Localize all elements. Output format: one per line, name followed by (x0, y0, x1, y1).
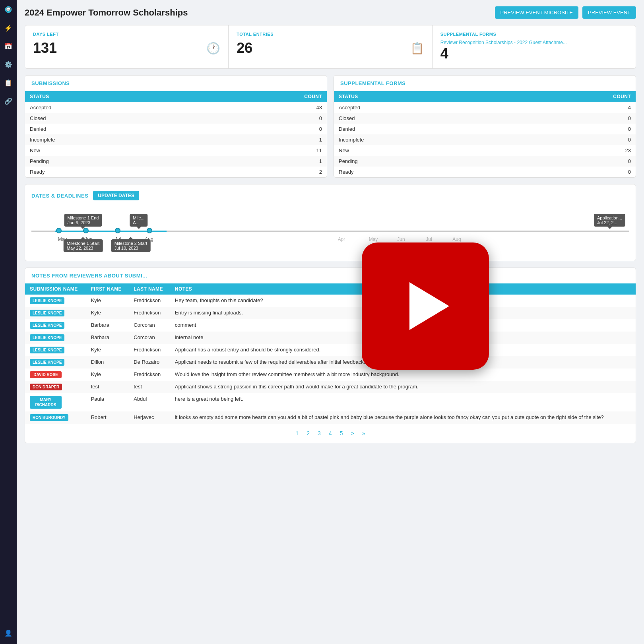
page-2-link[interactable]: 2 (304, 429, 312, 437)
tables-row: SUBMISSIONS STATUS COUNT Accepted43Close… (25, 75, 636, 178)
submissions-row: Closed0 (25, 113, 327, 124)
supplemental-row: Ready0 (334, 167, 636, 177)
submissions-status-cell: Ready (25, 167, 194, 177)
submission-badge: DON DRAPER (30, 384, 62, 390)
notes-first-cell: Kyle (86, 295, 129, 307)
submissions-status-cell: Denied (25, 124, 194, 134)
supplemental-forms-value: 4 (440, 45, 448, 62)
page-3-link[interactable]: 3 (315, 429, 323, 437)
page-4-link[interactable]: 4 (326, 429, 334, 437)
supplemental-status-cell: Accepted (334, 102, 503, 113)
sidebar-icon-user[interactable]: 👤 (3, 627, 14, 638)
notes-note-cell: here is a great note being left. (170, 393, 636, 411)
supplemental-forms-card: SUPPLEMENTAL FORMS STATUS COUNT Accepted… (334, 75, 636, 178)
timeline-month-may-r: May (369, 237, 378, 242)
notes-note-cell: Applicant shows a strong passion in this… (170, 381, 636, 393)
header-buttons: PREVIEW EVENT MICROSITE PREVIEW EVENT (495, 6, 636, 19)
notes-submission-cell: RON BURGUNDY (25, 411, 86, 424)
submissions-row: Incomplete1 (25, 134, 327, 145)
supplemental-status-cell: Ready (334, 167, 503, 177)
submissions-count-cell: 43 (194, 102, 327, 113)
notes-last-cell: Abdul (129, 393, 170, 411)
days-left-value-row: 131 🕐 (33, 40, 220, 56)
notes-submission-cell: LESLIE KNOPE (25, 356, 86, 369)
notes-last-cell: Fredrickson (129, 369, 170, 381)
submission-badge: LESLIE KNOPE (30, 297, 64, 304)
page-last-link[interactable]: » (360, 429, 368, 437)
milestone-2-label: Mile...A... (130, 214, 147, 227)
page-5-link[interactable]: 5 (338, 429, 345, 437)
submissions-row: Denied0 (25, 124, 327, 134)
main-content: 2024 Empower Tomorrow Scholarships PREVI… (17, 0, 644, 644)
submissions-card: SUBMISSIONS STATUS COUNT Accepted43Close… (25, 75, 327, 178)
notes-last-cell: Corcoran (129, 319, 170, 332)
submission-badge: MARYRICHARDS (30, 396, 62, 409)
supplemental-status-cell: New (334, 145, 503, 156)
sidebar-icon-calendar[interactable]: 📅 (3, 41, 14, 52)
submissions-count-cell: 1 (194, 156, 327, 167)
submissions-status-cell: Closed (25, 113, 194, 124)
supplemental-col-status: STATUS (334, 91, 503, 102)
notes-row: LESLIE KNOPE Barbara Corcoran comment (25, 319, 636, 332)
submission-badge: RON BURGUNDY (30, 414, 68, 421)
dates-deadlines-card: DATES & DEADLINES UPDATE DATES May Jun J… (25, 184, 636, 261)
total-entries-value: 26 (237, 40, 252, 56)
notes-submission-cell: MARYRICHARDS (25, 393, 86, 411)
notes-first-cell: Paula (86, 393, 129, 411)
submissions-status-cell: Accepted (25, 102, 194, 113)
submissions-count-cell: 0 (194, 113, 327, 124)
notes-first-cell: test (86, 381, 129, 393)
notes-note-cell: it looks so empty add some more hearts c… (170, 411, 636, 424)
notes-row: DON DRAPER test test Applicant shows a s… (25, 381, 636, 393)
copy-icon: 📋 (410, 42, 424, 55)
video-play-button[interactable] (362, 242, 489, 370)
notes-first-cell: Robert (86, 411, 129, 424)
notes-title: NOTES FROM REVIEWERS ABOUT SUBMI... (25, 268, 636, 283)
sidebar-icon-lightning[interactable]: ⚡ (3, 22, 14, 33)
total-entries-label: TOTAL ENTRIES (237, 32, 424, 37)
notes-last-cell: Herjavec (129, 411, 170, 424)
submissions-table-header: STATUS COUNT (25, 91, 327, 102)
supplemental-table-header: STATUS COUNT (334, 91, 636, 102)
sidebar-icon-clipboard[interactable]: 📋 (3, 77, 14, 88)
supplemental-row: Closed0 (334, 113, 636, 124)
clock-icon: 🕐 (206, 42, 220, 55)
update-dates-button[interactable]: UPDATE DATES (93, 191, 139, 200)
days-left-value: 131 (33, 40, 57, 56)
supplemental-count-cell: 0 (503, 134, 636, 145)
notes-col-submission: SUBMISSION NAME (25, 283, 86, 295)
timeline-dot-4 (147, 228, 152, 233)
submission-badge: LESLIE KNOPE (30, 322, 64, 329)
days-left-block: DAYS LEFT 131 🕐 (25, 25, 229, 68)
notes-first-cell: Kyle (86, 369, 129, 381)
notes-first-cell: Barbara (86, 332, 129, 344)
preview-microsite-button[interactable]: PREVIEW EVENT MICROSITE (495, 6, 579, 19)
application-label: Application...Jul 22, 2... (594, 214, 625, 227)
sidebar-icon-chat[interactable]: 💬 (3, 4, 14, 15)
submissions-count-cell: 1 (194, 134, 327, 145)
notes-row: LESLIE KNOPE Barbara Corcoran internal n… (25, 332, 636, 344)
days-left-label: DAYS LEFT (33, 32, 220, 37)
preview-event-button[interactable]: PREVIEW EVENT (582, 6, 636, 19)
supplemental-count-cell: 23 (503, 145, 636, 156)
submissions-col-status: STATUS (25, 91, 194, 102)
submission-badge: LESLIE KNOPE (30, 334, 64, 341)
timeline-month-apr-r: Apr (338, 237, 345, 242)
sidebar-icon-settings[interactable]: ⚙️ (3, 59, 14, 70)
supplemental-count-cell: 0 (503, 167, 636, 177)
sidebar-icon-link[interactable]: 🔗 (3, 95, 14, 107)
notes-last-cell: Fredrickson (129, 344, 170, 356)
page-title: 2024 Empower Tomorrow Scholarships (25, 8, 188, 18)
supplemental-status-cell: Closed (334, 113, 503, 124)
supplemental-status-cell: Pending (334, 156, 503, 167)
submissions-row: Accepted43 (25, 102, 327, 113)
supplemental-forms-label: SUPPLEMENTAL FORMS (440, 32, 628, 37)
notes-table-header: SUBMISSION NAME FIRST NAME LAST NAME NOT… (25, 283, 636, 295)
submission-badge: LESLIE KNOPE (30, 310, 64, 316)
notes-col-first: FIRST NAME (86, 283, 129, 295)
notes-submission-cell: DON DRAPER (25, 381, 86, 393)
submissions-status-cell: Pending (25, 156, 194, 167)
page-1-link[interactable]: 1 (293, 429, 301, 437)
notes-last-cell: De Rozairo (129, 356, 170, 369)
page-next-link[interactable]: > (349, 429, 357, 437)
